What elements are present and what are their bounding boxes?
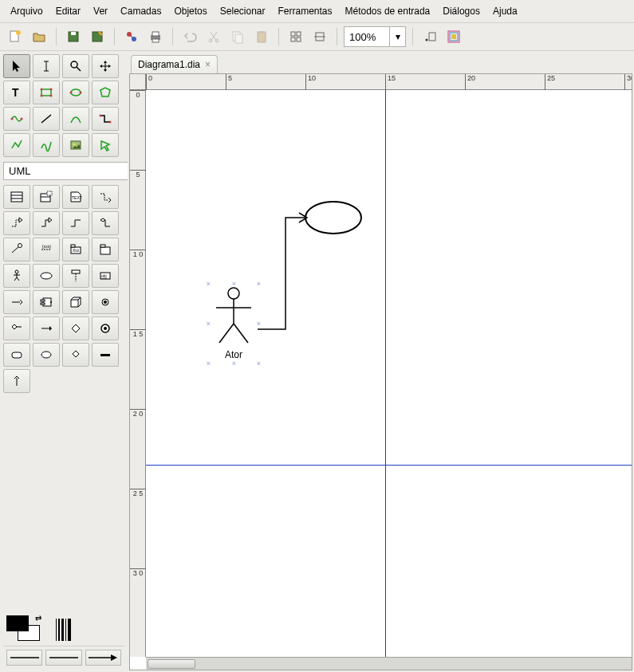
uml-class-template-tool[interactable]	[33, 185, 60, 209]
uml-activity-tool[interactable]	[33, 343, 60, 367]
selection-handle[interactable]: ×	[256, 321, 262, 327]
selection-handle[interactable]: ×	[231, 281, 237, 287]
uml-bar-tool[interactable]	[92, 343, 119, 367]
horizontal-ruler[interactable]: 0 5 10 15 20 25 30	[146, 74, 632, 90]
document-tab[interactable]: Diagrama1.dia ×	[131, 55, 218, 73]
menu-metodos[interactable]: Métodos de entrada	[340, 3, 436, 19]
uml-generalize-tool[interactable]	[33, 211, 60, 235]
image-tool[interactable]	[62, 133, 89, 157]
fg-color[interactable]	[6, 615, 29, 631]
actor-shape[interactable]	[210, 285, 258, 352]
uml-classicon-tool[interactable]	[92, 316, 119, 340]
diagram-viewport[interactable]: Ator × × × × × × × ×	[146, 90, 632, 657]
uml-branch-tool[interactable]	[62, 316, 89, 340]
zigzag-tool[interactable]	[92, 107, 119, 131]
swap-colors-icon[interactable]: ⇄	[35, 614, 41, 623]
bezier-tool[interactable]	[33, 133, 60, 157]
paste-button[interactable]	[251, 26, 272, 47]
save-as-button[interactable]	[87, 26, 108, 47]
outline-tool[interactable]	[92, 133, 119, 157]
horizontal-guide[interactable]	[146, 465, 632, 466]
sheet-input[interactable]	[3, 162, 148, 180]
print-button[interactable]	[145, 26, 166, 47]
uml-initial-tool[interactable]	[92, 290, 119, 314]
uml-largepackage-tool[interactable]	[92, 238, 119, 261]
selection-handle[interactable]: ×	[206, 281, 211, 287]
open-button[interactable]	[29, 26, 49, 47]
menu-ferramentas[interactable]: Ferramentas	[272, 3, 337, 19]
vertical-ruler[interactable]: 0 5 1 0 1 5 2 0 2 5 3 0	[130, 90, 146, 657]
uml-aggregate-tool[interactable]	[92, 211, 119, 235]
uml-vertical-tool[interactable]	[3, 369, 30, 393]
line-style-selector[interactable]	[45, 650, 81, 666]
uml-node-tool[interactable]	[62, 290, 89, 314]
start-arrow-selector[interactable]	[6, 650, 42, 666]
vertical-guide[interactable]	[385, 90, 386, 657]
selection-handle[interactable]: ×	[206, 361, 211, 367]
connector-line[interactable]	[250, 210, 313, 337]
menu-dialogos[interactable]: Diálogos	[437, 3, 486, 19]
grid-button[interactable]	[285, 26, 306, 47]
selection-handle[interactable]: ×	[256, 281, 262, 287]
end-arrow-selector[interactable]	[85, 650, 121, 666]
line-width-preview[interactable]	[56, 615, 71, 641]
uml-fork-tool[interactable]	[62, 343, 89, 367]
actor-label[interactable]: Ator	[214, 349, 254, 360]
copy-button[interactable]	[227, 26, 248, 47]
arc-tool[interactable]	[62, 107, 89, 131]
menu-editar[interactable]: Editar	[50, 3, 86, 19]
export-button[interactable]	[121, 26, 142, 47]
fg-bg-swatch[interactable]: ⇄	[6, 615, 40, 641]
selection-handle[interactable]: ×	[231, 361, 237, 367]
uml-lifeline-tool[interactable]	[62, 264, 89, 288]
uml-smallpackage-tool[interactable]: Xxx	[62, 238, 89, 261]
polyline-tool[interactable]	[3, 133, 30, 157]
polygon-tool[interactable]	[92, 81, 119, 104]
uml-component-tool[interactable]	[33, 290, 60, 314]
scroll-tool[interactable]	[92, 54, 119, 78]
beziergon-tool[interactable]	[3, 107, 30, 131]
sheet-selector[interactable]: ▾	[3, 162, 124, 180]
line-tool[interactable]	[33, 107, 60, 131]
layers-button[interactable]	[443, 26, 464, 47]
zoom-tool[interactable]	[62, 54, 89, 78]
menu-objetos[interactable]: Objetos	[168, 3, 212, 19]
menu-camadas[interactable]: Camadas	[115, 3, 167, 19]
zoom-input[interactable]	[345, 29, 389, 45]
text-tool[interactable]: T	[3, 81, 30, 104]
undo-button[interactable]	[179, 26, 200, 47]
uml-object-tool[interactable]: obj	[92, 264, 119, 288]
snap-object-button[interactable]	[419, 26, 440, 47]
zoom-dropdown-icon[interactable]: ▾	[389, 27, 405, 46]
uml-message-tool[interactable]	[3, 290, 30, 314]
menu-ajuda[interactable]: Ajuda	[487, 3, 523, 19]
horizontal-scrollbar[interactable]	[146, 657, 632, 670]
selection-handle[interactable]: ×	[206, 321, 211, 327]
uml-implements-tool[interactable]	[3, 238, 30, 261]
snap-button[interactable]	[309, 26, 330, 47]
uml-constraint-tool[interactable]: {xxx}	[33, 238, 60, 261]
uml-usecase-tool[interactable]	[33, 264, 60, 288]
uml-note-tool[interactable]: TEXT	[62, 185, 89, 209]
uml-transition-tool[interactable]	[33, 316, 60, 340]
save-button[interactable]	[63, 26, 84, 47]
new-button[interactable]	[5, 26, 26, 47]
cut-button[interactable]	[203, 26, 224, 47]
tab-close-icon[interactable]: ×	[205, 59, 211, 70]
uml-realize-tool[interactable]	[3, 211, 30, 235]
menu-ver[interactable]: Ver	[88, 3, 113, 19]
pointer-tool[interactable]	[3, 54, 30, 78]
box-tool[interactable]	[33, 81, 60, 104]
uml-send-signal-tool[interactable]	[3, 316, 30, 340]
scrollbar-thumb[interactable]	[148, 659, 195, 669]
selection-handle[interactable]: ×	[256, 361, 262, 367]
uml-class-tool[interactable]	[3, 185, 30, 209]
uml-actor-tool[interactable]	[3, 264, 30, 288]
menu-arquivo[interactable]: Arquivo	[5, 3, 49, 19]
ellipse-tool[interactable]	[62, 81, 89, 104]
zoom-combo[interactable]: ▾	[344, 26, 406, 47]
uml-state-tool[interactable]	[3, 343, 30, 367]
uml-dependency-tool[interactable]	[92, 185, 119, 209]
uml-association-tool[interactable]	[62, 211, 89, 235]
text-edit-tool[interactable]	[33, 54, 60, 78]
